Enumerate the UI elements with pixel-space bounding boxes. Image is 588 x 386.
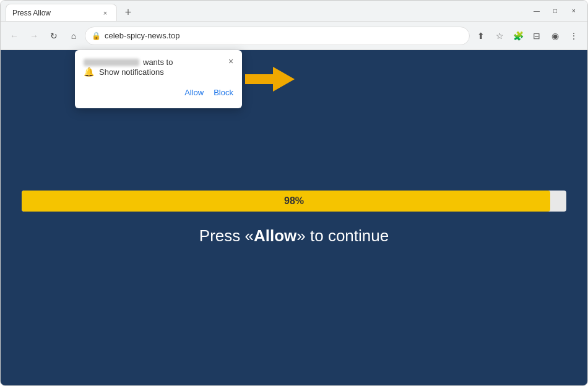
minimize-button[interactable]: — <box>528 2 545 20</box>
popup-site-info: wants to <box>84 58 233 67</box>
allow-highlight: Allow <box>254 226 296 245</box>
popup-actions: Allow Block <box>84 85 233 100</box>
toolbar-actions: ⬆ ☆ 🧩 ⊟ ◉ ⋮ <box>472 27 582 45</box>
title-bar: Press Allow × + — □ × <box>1 1 587 22</box>
sidebar-button[interactable]: ⊟ <box>528 27 545 45</box>
bookmark-button[interactable]: ☆ <box>491 27 508 45</box>
popup-wants-to-text: wants to <box>143 58 173 67</box>
menu-button[interactable]: ⋮ <box>565 27 582 45</box>
notification-label: Show notifications <box>99 67 164 77</box>
tab-close-icon[interactable]: × <box>100 8 110 18</box>
notification-popup: × wants to 🔔 Show notifications Allow Bl… <box>75 50 242 108</box>
forward-button[interactable]: → <box>25 27 43 45</box>
back-button[interactable]: ← <box>6 27 23 45</box>
browser-tab[interactable]: Press Allow × <box>6 4 117 21</box>
share-button[interactable]: ⬆ <box>472 27 490 45</box>
address-bar: ← → ↻ ⌂ 🔒 celeb-spicy-news.top ⬆ ☆ 🧩 ⊟ ◉… <box>1 22 587 50</box>
refresh-button[interactable]: ↻ <box>45 27 63 45</box>
tab-strip: Press Allow × + <box>6 1 523 21</box>
allow-button[interactable]: Allow <box>184 85 204 100</box>
arrow-icon <box>245 64 295 95</box>
profile-button[interactable]: ◉ <box>547 27 564 45</box>
url-bar[interactable]: 🔒 celeb-spicy-news.top <box>85 27 470 45</box>
maximize-button[interactable]: □ <box>547 2 564 20</box>
svg-marker-0 <box>245 67 295 92</box>
extensions-button[interactable]: 🧩 <box>509 27 527 45</box>
arrow-annotation <box>245 64 295 97</box>
block-button[interactable]: Block <box>214 85 233 100</box>
progress-container: 98% <box>22 191 566 212</box>
tab-title: Press Allow <box>12 9 95 17</box>
page-content: × wants to 🔔 Show notifications Allow Bl… <box>1 50 587 385</box>
instructions-text: Press «Allow» to continue <box>199 226 389 246</box>
bell-icon: 🔔 <box>84 67 94 77</box>
new-tab-button[interactable]: + <box>119 4 137 21</box>
popup-close-button[interactable]: × <box>225 55 237 67</box>
window-close-button[interactable]: × <box>565 2 582 20</box>
lock-icon: 🔒 <box>92 32 101 40</box>
popup-notification-row: 🔔 Show notifications <box>84 67 233 77</box>
url-text: celeb-spicy-news.top <box>105 31 179 40</box>
window-controls: — □ × <box>528 2 582 20</box>
home-button[interactable]: ⌂ <box>65 27 82 45</box>
progress-percent: 98% <box>22 195 566 207</box>
site-name-blurred <box>84 59 139 66</box>
browser-window: Press Allow × + — □ × ← → ↻ ⌂ 🔒 celeb-sp… <box>0 0 588 386</box>
